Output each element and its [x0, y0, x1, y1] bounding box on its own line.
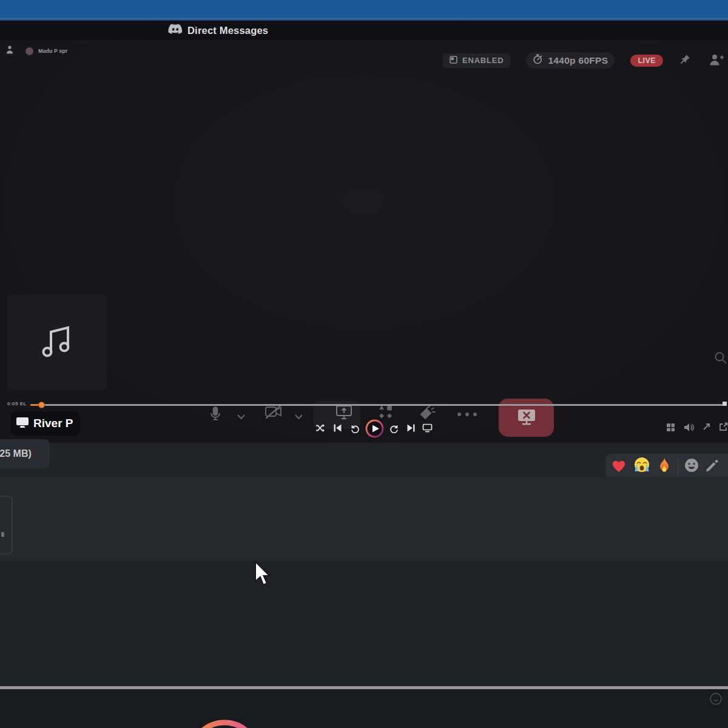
cast-icon[interactable] — [422, 423, 433, 435]
discord-logo-icon — [167, 24, 182, 38]
play-icon[interactable] — [365, 419, 385, 441]
bottom-panel — [0, 689, 728, 728]
popout-icon[interactable] — [719, 422, 728, 434]
overlay-enabled-badge: ENABLED — [443, 53, 510, 68]
previous-icon[interactable] — [333, 423, 342, 435]
edit-icon[interactable] — [705, 459, 719, 475]
stream-view[interactable]: Madu P spr ENABLED 1440p 60FPS LIVE — [0, 40, 728, 443]
embed-glyph — [1, 532, 4, 537]
mouse-cursor — [254, 561, 272, 590]
loudly-crying-face-emoji[interactable] — [633, 456, 651, 477]
overlay-badge-label: ENABLED — [462, 56, 504, 65]
ghost-smiley-icon — [709, 692, 723, 709]
avatar-ring-arc — [185, 715, 264, 728]
pin-icon[interactable] — [678, 53, 692, 69]
screen-share-pill: River P — [11, 411, 80, 436]
message-strip: (25 MB) — [0, 443, 728, 477]
next-icon[interactable] — [406, 423, 416, 435]
seek-bar[interactable] — [30, 404, 723, 406]
more-options-icon[interactable] — [456, 409, 478, 420]
stream-title-label: Madu P spr — [38, 48, 67, 54]
volume-icon[interactable] — [684, 423, 694, 434]
seek-thumb[interactable] — [39, 402, 44, 408]
toolbar-divider — [678, 459, 678, 474]
screen-share-pill-label: River P — [33, 417, 73, 430]
stream-quality-badge: 1440p 60FPS — [526, 52, 615, 69]
rewind-icon[interactable] — [350, 423, 360, 436]
fullscreen-icon[interactable] — [702, 422, 711, 434]
chevron-down-icon[interactable] — [294, 411, 303, 422]
attachment-size-label: (25 MB) — [0, 448, 32, 459]
person-icon — [6, 46, 13, 56]
elapsed-time-label: 0:05 EL — [7, 401, 27, 406]
music-note-icon — [40, 322, 74, 362]
microphone-icon[interactable] — [207, 405, 223, 425]
monitor-icon — [16, 417, 29, 431]
monitor-x-icon — [516, 408, 537, 428]
chevron-down-icon[interactable] — [237, 411, 246, 422]
grid-layout-icon[interactable] — [666, 423, 675, 434]
screen-share-icon[interactable] — [335, 404, 352, 423]
shuffle-icon[interactable] — [315, 423, 325, 435]
camera-off-icon[interactable] — [265, 404, 283, 422]
viewer-row: Madu P spr — [6, 46, 67, 56]
seek-end-marker — [723, 402, 727, 406]
red-heart-emoji[interactable] — [610, 457, 627, 476]
overlay-icon — [450, 55, 457, 66]
add-reaction-icon[interactable] — [684, 457, 699, 476]
section-divider — [0, 686, 728, 689]
quality-badge-label: 1440p 60FPS — [548, 55, 608, 66]
forward-icon[interactable] — [389, 423, 399, 436]
avatar — [25, 47, 33, 55]
popout-header: Direct Messages — [0, 21, 728, 40]
embed-placeholder[interactable] — [0, 496, 13, 554]
attachment-card[interactable]: (25 MB) — [0, 439, 50, 468]
page-title: Direct Messages — [187, 25, 268, 36]
zoom-icon[interactable] — [713, 351, 728, 368]
stream-badges: ENABLED 1440p 60FPS LIVE — [443, 52, 663, 69]
stopwatch-icon — [533, 54, 543, 67]
fire-emoji[interactable] — [656, 457, 672, 476]
reaction-toolbar — [605, 454, 728, 479]
lower-panel — [0, 561, 728, 687]
chat-panel — [0, 477, 728, 561]
add-member-icon[interactable] — [709, 52, 724, 70]
live-badge: LIVE — [630, 55, 663, 67]
window-titlebar — [0, 0, 728, 18]
screen: Direct Messages Madu P spr ENABLED 14 — [0, 0, 728, 728]
music-placeholder-tile — [7, 294, 107, 390]
soundboard-icon[interactable] — [419, 403, 436, 423]
